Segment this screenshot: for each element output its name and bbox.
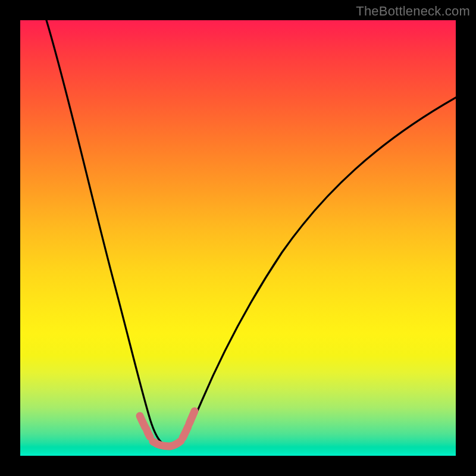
- chart-frame: TheBottleneck.com: [0, 0, 476, 476]
- watermark-text: TheBottleneck.com: [356, 4, 470, 19]
- chart-curves-svg: [20, 20, 456, 456]
- overlay-bumps: [140, 411, 195, 446]
- chart-plot-area: [20, 20, 456, 456]
- bottleneck-curve: [46, 20, 456, 447]
